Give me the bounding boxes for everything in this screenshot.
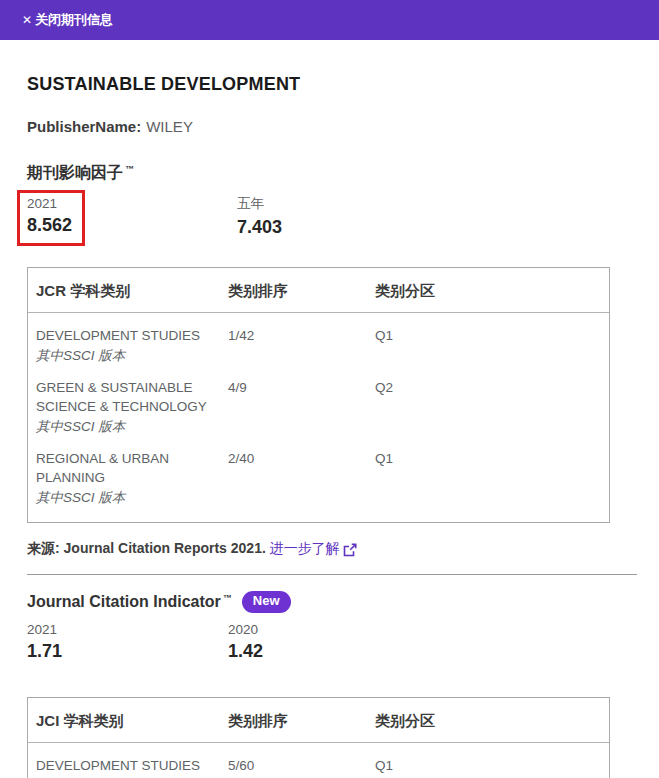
category-name: DEVELOPMENT STUDIES <box>36 756 216 775</box>
jcr-table-header: JCR 学科类别 类别排序 类别分区 <box>28 268 609 313</box>
category-name: REGIONAL & URBAN PLANNING <box>36 449 216 487</box>
jif-five-year-block: 五年 7.403 <box>237 195 282 238</box>
publisher-label: PublisherName: <box>27 118 141 135</box>
jcr-col-quartile: 类别分区 <box>375 281 601 300</box>
jcr-category-table: JCR 学科类别 类别排序 类别分区 DEVELOPMENT STUDIES 其… <box>27 267 610 523</box>
source-label: 来源: <box>27 540 60 556</box>
jci-current-block: 2021 1.71 <box>27 622 637 662</box>
jif-current-year: 2021 <box>27 196 72 211</box>
quartile-cell: Q1 <box>375 756 601 778</box>
source-line: 来源: Journal Citation Reports 2021. 进一步了解 <box>27 540 637 558</box>
journal-info-panel: SUSTAINABLE DEVELOPMENT PublisherName:WI… <box>0 74 659 778</box>
jcr-col-rank: 类别排序 <box>228 281 375 300</box>
close-journal-info-button[interactable]: ✕ 关闭期刊信息 <box>22 11 113 29</box>
jci-col-quartile: 类别分区 <box>375 711 601 730</box>
category-cell: GREEN & SUSTAINABLE SCIENCE & TECHNOLOGY… <box>36 378 228 436</box>
jci-heading-row: Journal Citation Indicator™ New <box>27 591 637 613</box>
panel-header: ✕ 关闭期刊信息 <box>0 0 659 40</box>
table-row: DEVELOPMENT STUDIES 其中SSCI 版本 5/60 Q1 <box>28 743 609 778</box>
rank-cell: 5/60 <box>228 756 375 778</box>
jif-current-value: 8.562 <box>27 215 72 236</box>
trademark-symbol: ™ <box>125 164 134 174</box>
jif-five-year-label: 五年 <box>237 195 282 213</box>
quartile-cell: Q1 <box>375 326 601 365</box>
close-icon: ✕ <box>22 14 32 26</box>
jci-current-value: 1.71 <box>27 641 637 662</box>
category-edition: 其中SSCI 版本 <box>36 488 216 507</box>
category-cell: DEVELOPMENT STUDIES 其中SSCI 版本 <box>36 756 228 778</box>
category-cell: REGIONAL & URBAN PLANNING 其中SSCI 版本 <box>36 449 228 507</box>
jci-table-header: JCI 学科类别 类别排序 类别分区 <box>28 698 609 743</box>
category-edition: 其中SSCI 版本 <box>36 417 216 436</box>
jci-category-table: JCI 学科类别 类别排序 类别分区 DEVELOPMENT STUDIES 其… <box>27 697 610 778</box>
quartile-cell: Q2 <box>375 378 601 436</box>
publisher-name: WILEY <box>146 118 193 135</box>
section-divider <box>27 574 637 575</box>
source-text: Journal Citation Reports 2021. <box>64 540 266 556</box>
rank-cell: 2/40 <box>228 449 375 507</box>
jcr-col-category: JCR 学科类别 <box>36 281 228 300</box>
jci-heading-text: Journal Citation Indicator <box>27 593 221 610</box>
learn-more-label: 进一步了解 <box>270 540 340 558</box>
jci-current-year: 2021 <box>27 622 637 637</box>
jci-previous-block: 2020 1.42 <box>228 622 263 662</box>
jif-section-heading: 期刊影响因子™ <box>27 163 637 184</box>
jci-table-body: DEVELOPMENT STUDIES 其中SSCI 版本 5/60 Q1 GR… <box>28 743 609 778</box>
category-edition: 其中SSCI 版本 <box>36 346 216 365</box>
jcr-table-body: DEVELOPMENT STUDIES 其中SSCI 版本 1/42 Q1 GR… <box>28 313 609 522</box>
rank-cell: 4/9 <box>228 378 375 436</box>
jif-current-highlight-box: 2021 8.562 <box>17 190 85 246</box>
category-name: GREEN & SUSTAINABLE SCIENCE & TECHNOLOGY <box>36 378 216 416</box>
close-label: 关闭期刊信息 <box>35 11 113 29</box>
table-row: DEVELOPMENT STUDIES 其中SSCI 版本 1/42 Q1 <box>28 313 609 365</box>
jci-section-heading: Journal Citation Indicator™ <box>27 593 232 611</box>
publisher-line: PublisherName:WILEY <box>27 118 637 135</box>
rank-cell: 1/42 <box>228 326 375 365</box>
category-cell: DEVELOPMENT STUDIES 其中SSCI 版本 <box>36 326 228 365</box>
jci-col-rank: 类别排序 <box>228 711 375 730</box>
table-row: REGIONAL & URBAN PLANNING 其中SSCI 版本 2/40… <box>28 436 609 522</box>
category-name: DEVELOPMENT STUDIES <box>36 326 216 345</box>
learn-more-link[interactable]: 进一步了解 <box>270 540 357 558</box>
jif-five-year-value: 7.403 <box>237 217 282 238</box>
jci-previous-year: 2020 <box>228 622 263 637</box>
jci-col-category: JCI 学科类别 <box>36 711 228 730</box>
jif-metrics-row: 2021 8.562 五年 7.403 <box>27 190 637 246</box>
jci-previous-value: 1.42 <box>228 641 263 662</box>
trademark-symbol: ™ <box>223 593 232 603</box>
external-link-icon <box>343 543 357 560</box>
jci-metrics-row: 2021 1.71 2020 1.42 <box>27 622 637 676</box>
quartile-cell: Q1 <box>375 449 601 507</box>
jif-heading-text: 期刊影响因子 <box>27 164 123 181</box>
table-row: GREEN & SUSTAINABLE SCIENCE & TECHNOLOGY… <box>28 365 609 436</box>
new-badge: New <box>242 591 291 613</box>
journal-title: SUSTAINABLE DEVELOPMENT <box>27 74 637 95</box>
